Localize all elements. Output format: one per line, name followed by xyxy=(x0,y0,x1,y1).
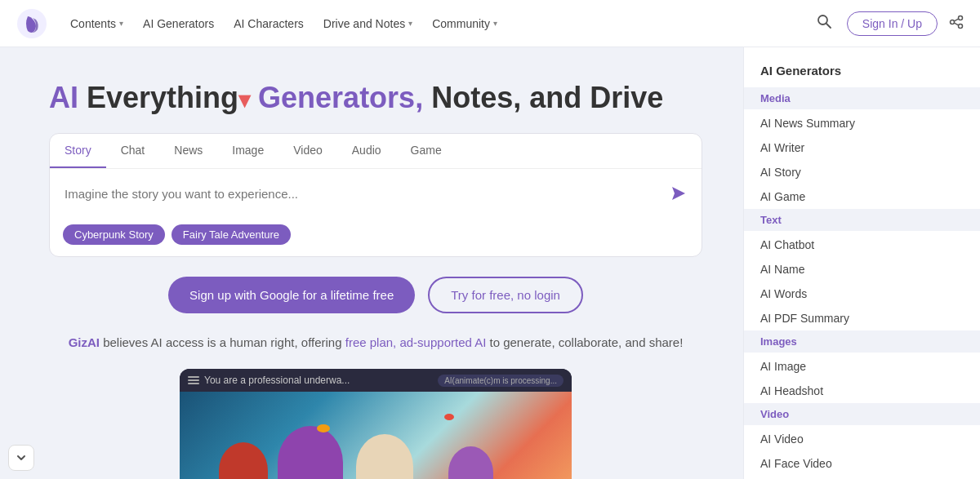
tab-video[interactable]: Video xyxy=(278,134,337,168)
menu-item-ai-image[interactable]: AI Image xyxy=(744,354,980,379)
section-header-text: Text xyxy=(744,209,980,231)
menu-item-ai-video[interactable]: AI Video xyxy=(744,427,980,451)
fish-decoration-2 xyxy=(444,414,454,420)
menu-icon xyxy=(188,375,199,386)
menu-item-ai-youtube-summary[interactable]: AI YouTube Summary xyxy=(744,476,980,479)
menu-item-ai-face-video[interactable]: AI Face Video xyxy=(744,451,980,476)
coral-decoration-2 xyxy=(278,426,343,479)
description-text2: to generate, collaborate, and share! xyxy=(486,335,683,349)
menu-item-ai-pdf-summary[interactable]: AI PDF Summary xyxy=(744,306,980,330)
svg-marker-8 xyxy=(672,187,685,200)
menu-item-ai-story[interactable]: AI Story xyxy=(744,160,980,184)
section-header-media: Media xyxy=(744,87,980,109)
demo-img-content xyxy=(180,392,572,479)
chevron-down-icon: ▾ xyxy=(238,87,250,113)
scroll-down-button[interactable] xyxy=(8,445,34,471)
demo-bar: You are a professional underwa... AI(ani… xyxy=(180,369,572,392)
signup-google-button[interactable]: Sign up with Google for a lifetime free xyxy=(168,277,415,313)
coral-decoration-4 xyxy=(448,446,493,479)
svg-point-5 xyxy=(959,24,963,28)
processing-badge: AI(animate(c)m is processing... xyxy=(438,375,564,387)
svg-rect-9 xyxy=(188,376,199,378)
section-header-video: Video xyxy=(744,403,980,425)
svg-point-4 xyxy=(951,20,955,24)
tab-news[interactable]: News xyxy=(159,134,217,168)
coral-decoration-1 xyxy=(219,442,268,479)
chip-cyberpunk[interactable]: Cyberpunk Story xyxy=(63,224,165,245)
hero-everything-word: Everything xyxy=(78,81,238,114)
coral-decoration-3 xyxy=(356,434,413,479)
header-right: Sign In / Up xyxy=(813,10,964,37)
svg-point-3 xyxy=(959,16,963,20)
share-icon[interactable] xyxy=(949,15,964,33)
tabs-card: Story Chat News Image Video Audio Game C… xyxy=(49,133,702,257)
description-text1: believes AI access is a human right, off… xyxy=(100,335,345,349)
description: GizAI believes AI access is a human righ… xyxy=(49,333,702,353)
tab-chat[interactable]: Chat xyxy=(106,134,160,168)
send-button[interactable] xyxy=(669,184,687,202)
hero-ai-word: AI xyxy=(49,81,78,114)
right-panel-title: AI Generators xyxy=(744,64,980,87)
chevron-down-icon: ▾ xyxy=(493,19,497,28)
right-panel: AI Generators Media AI News Summary AI W… xyxy=(743,47,980,479)
menu-item-ai-headshot[interactable]: AI Headshot xyxy=(744,379,980,403)
nav-contents[interactable]: Contents ▾ xyxy=(62,12,131,35)
signin-button[interactable]: Sign In / Up xyxy=(847,11,938,36)
demo-image-wrap: You are a professional underwa... AI(ani… xyxy=(180,369,572,479)
tab-image[interactable]: Image xyxy=(217,134,278,168)
hero-rest-word: Notes, and Drive xyxy=(423,81,663,114)
svg-rect-11 xyxy=(188,383,199,384)
tabs-row: Story Chat News Image Video Audio Game xyxy=(50,134,702,169)
svg-line-7 xyxy=(955,23,959,25)
fish-decoration-1 xyxy=(317,424,330,432)
free-plan-link[interactable]: free plan, ad-supported AI xyxy=(345,335,487,349)
header: Contents ▾ AI Generators AI Characters D… xyxy=(0,0,980,47)
menu-item-ai-game[interactable]: AI Game xyxy=(744,184,980,209)
chip-fairy-tale[interactable]: Fairy Tale Adventure xyxy=(172,224,291,245)
logo[interactable] xyxy=(16,8,47,39)
nav-ai-generators[interactable]: AI Generators xyxy=(135,12,222,35)
try-free-button[interactable]: Try for free, no login xyxy=(428,277,583,313)
menu-item-ai-news-summary[interactable]: AI News Summary xyxy=(744,111,980,135)
left-panel: AI Everything▾ Generators, Notes, and Dr… xyxy=(0,47,743,479)
menu-item-ai-words[interactable]: AI Words xyxy=(744,282,980,306)
cta-row: Sign up with Google for a lifetime free … xyxy=(49,277,702,313)
demo-bar-text: You are a professional underwa... xyxy=(204,375,350,386)
hero-generators-word: Generators, xyxy=(250,81,423,114)
main-nav: Contents ▾ AI Generators AI Characters D… xyxy=(62,12,813,35)
nav-drive-notes[interactable]: Drive and Notes ▾ xyxy=(315,12,421,35)
hero-title: AI Everything▾ Generators, Notes, and Dr… xyxy=(49,80,702,115)
tab-story[interactable]: Story xyxy=(50,134,106,168)
chevron-down-icon: ▾ xyxy=(408,19,412,28)
section-header-images: Images xyxy=(744,330,980,353)
nav-ai-characters[interactable]: AI Characters xyxy=(225,12,312,35)
svg-point-1 xyxy=(818,16,827,24)
main-layout: AI Everything▾ Generators, Notes, and Dr… xyxy=(0,47,980,479)
tab-game[interactable]: Game xyxy=(396,134,457,168)
menu-item-ai-name[interactable]: AI Name xyxy=(744,257,980,282)
chevron-down-icon: ▾ xyxy=(119,19,123,28)
brand-name: GizAI xyxy=(69,335,100,349)
nav-community[interactable]: Community ▾ xyxy=(424,12,506,35)
story-input[interactable] xyxy=(65,187,669,201)
menu-item-ai-chatbot[interactable]: AI Chatbot xyxy=(744,233,980,257)
tab-audio[interactable]: Audio xyxy=(337,134,396,168)
search-icon[interactable] xyxy=(813,10,835,37)
menu-item-ai-writer[interactable]: AI Writer xyxy=(744,135,980,160)
chips-row: Cyberpunk Story Fairy Tale Adventure xyxy=(50,218,702,256)
svg-line-6 xyxy=(955,19,959,21)
svg-line-2 xyxy=(826,24,831,28)
story-textarea-area xyxy=(50,169,702,218)
svg-rect-10 xyxy=(188,379,199,381)
